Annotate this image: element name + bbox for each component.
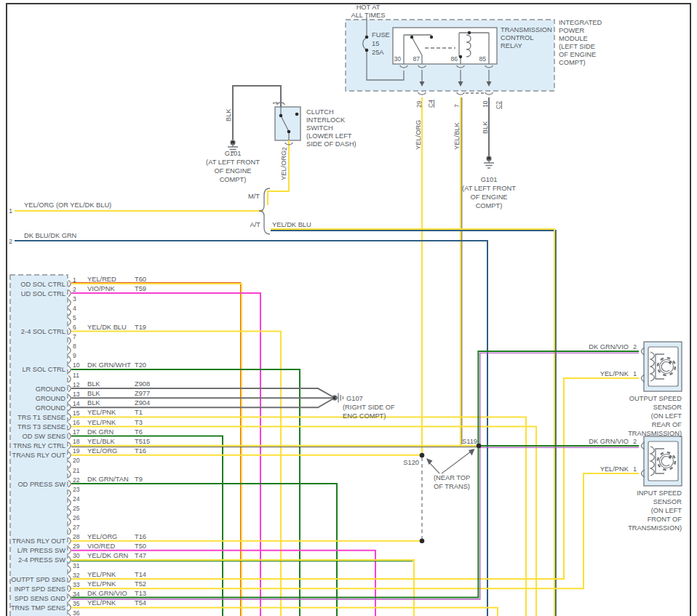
connector-pin-number: 22 (73, 476, 80, 484)
wire-code-label: T60 (135, 276, 146, 283)
pin-socket-arc (68, 471, 71, 478)
output-pin1-wire-label: YEL/PNK (600, 370, 629, 377)
svg-text:(LOWER LEFT: (LOWER LEFT (306, 132, 352, 140)
connector-row-label: OD SOL CTRL (20, 281, 65, 288)
wire-code-label: T1 (135, 409, 143, 416)
connector-row-label: 2-4 SOL CTRL (21, 328, 65, 335)
wire-color-label: VIO/RED (87, 543, 116, 550)
connector-row-label: LR SOL CTRL (22, 366, 65, 373)
g107-ground-icon (335, 393, 343, 403)
wire-code-label: T19 (135, 324, 146, 331)
wire-color-label: YEL/PNK (87, 409, 116, 416)
wire-code-label: Z904 (135, 399, 150, 407)
wire-color-label: DK GRN (87, 428, 113, 436)
connector-row-label: OD SW SENS (23, 433, 65, 440)
input-speed-sensor-icon (648, 441, 678, 481)
svg-text:INTERLOCK: INTERLOCK (306, 116, 346, 124)
connector-row-label: GROUND (36, 404, 66, 412)
connector-pin-number: 24 (73, 495, 80, 503)
svg-text:COMPT): COMPT) (220, 176, 247, 183)
svg-text:OF ENGINE: OF ENGINE (470, 193, 507, 201)
connector-pin-number: 4 (73, 305, 76, 312)
input-pin2-wire-label: DK GRN/VIO (589, 438, 629, 445)
relay-pin-85: 85 (479, 55, 486, 63)
row35-yel-pnk (71, 607, 498, 616)
connector-pin-number: 21 (73, 467, 80, 474)
splice-note-arrows (426, 449, 475, 473)
wire-code-label: T13 (135, 590, 146, 597)
connector-pin-number: 11 (73, 372, 79, 379)
connector-pin-number: 28 (73, 533, 80, 540)
row14-blk (71, 398, 335, 407)
pin-socket-arc (68, 509, 71, 516)
connector-pin-number: 9 (73, 352, 76, 359)
row12-blk (71, 388, 335, 398)
pin-socket-arc (68, 337, 71, 345)
wire-color-label: YEL/PNK (87, 599, 116, 607)
pin-socket-arc (68, 414, 71, 421)
pin-socket-arc (68, 556, 71, 564)
at-label: A/T (250, 221, 261, 228)
connector-pin-number: 29 (73, 543, 80, 550)
pin-socket-arc (68, 433, 71, 440)
output-pin1: 1 (633, 370, 637, 377)
connector-row-label: TRNS TMP SENS (11, 604, 65, 612)
wire-color-label: YEL/DK BLU (87, 324, 127, 331)
pin-socket-arc (68, 500, 71, 507)
feed-2-number: 2 (9, 238, 12, 245)
svg-text:TRANSMISSION): TRANSMISSION) (628, 524, 682, 532)
wire-color-label: DK GRN/WHT (87, 361, 131, 369)
ground-symbols (228, 140, 494, 403)
s120-label: S120 (403, 459, 419, 466)
connector-row-label: TRS T1 SENSE (17, 414, 65, 421)
ipm-out-pin-10: 10 (482, 100, 489, 108)
yel-org-vert-label: YEL/ORG (415, 120, 422, 150)
connector-pin-number: 23 (73, 486, 80, 493)
wire-color-label: YEL/PNK (87, 571, 116, 578)
s119-label: S119 (462, 438, 477, 445)
pin-socket-arc (68, 604, 71, 612)
svg-text:OF ENGINE: OF ENGINE (214, 167, 251, 175)
svg-text:COMPT): COMPT) (559, 59, 586, 66)
pin-socket-arc (68, 385, 71, 392)
svg-text:(ON LEFT: (ON LEFT (651, 507, 682, 514)
svg-text:SENSOR: SENSOR (653, 404, 682, 411)
mt-label: M/T (248, 193, 260, 200)
connector-pin-number: 12 (73, 381, 80, 388)
yel-org-clutch-label: YEL/ORG (280, 151, 287, 180)
wire-code-label: T6 (135, 428, 143, 436)
connector-pin-number: 33 (73, 581, 80, 588)
pin-socket-arc (68, 375, 71, 383)
fuse-rating: 25A (372, 49, 384, 56)
clutch-interlock-switch-box (275, 107, 300, 140)
svg-text:RELAY: RELAY (501, 42, 522, 49)
connector-c2: C2 (495, 101, 502, 109)
connector-row-label: L/R PRESS SW (17, 547, 65, 554)
wire-code-label: T16 (135, 447, 146, 455)
blk-vert-label: BLK (482, 121, 489, 134)
connector-pin-number: 6 (73, 324, 76, 331)
connector-pin-number: 16 (73, 419, 80, 426)
pin-socket-arc (68, 328, 71, 335)
wire-code-label: T9 (135, 476, 143, 483)
wire-color-label: YEL/ORG (87, 533, 117, 540)
wire-color-label: YEL/PNK (87, 419, 116, 426)
output-pin2-wire-label: DK GRN/VIO (589, 343, 629, 351)
connector-pin-number: 26 (73, 514, 80, 521)
pin-socket-arc (68, 347, 71, 354)
wire-code-label: Z908 (135, 380, 150, 388)
wire-code-label: T20 (135, 361, 146, 369)
splice-location-note: (NEAR TOP (434, 474, 470, 481)
pin-socket-arc (68, 404, 71, 412)
hot-at-label2: ALL TIMES (351, 12, 385, 19)
svg-text:REAR OF: REAR OF (652, 421, 682, 428)
connector-row-label: TRANS RLY OUT (12, 452, 65, 459)
hot-at-label: HOT AT (357, 4, 381, 11)
svg-text:SIDE OF DASH): SIDE OF DASH) (306, 140, 357, 148)
pin-socket-arc (68, 566, 71, 573)
input-pin1: 1 (633, 465, 637, 473)
wiring-diagram-page: OD SOL CTRL1YEL/REDT60UD SOL CTRL2VIO/PN… (0, 0, 697, 616)
connector-pin-number: 13 (73, 391, 80, 398)
connector-pin-number: 32 (73, 572, 80, 579)
wire-code-label: T16 (135, 533, 146, 540)
